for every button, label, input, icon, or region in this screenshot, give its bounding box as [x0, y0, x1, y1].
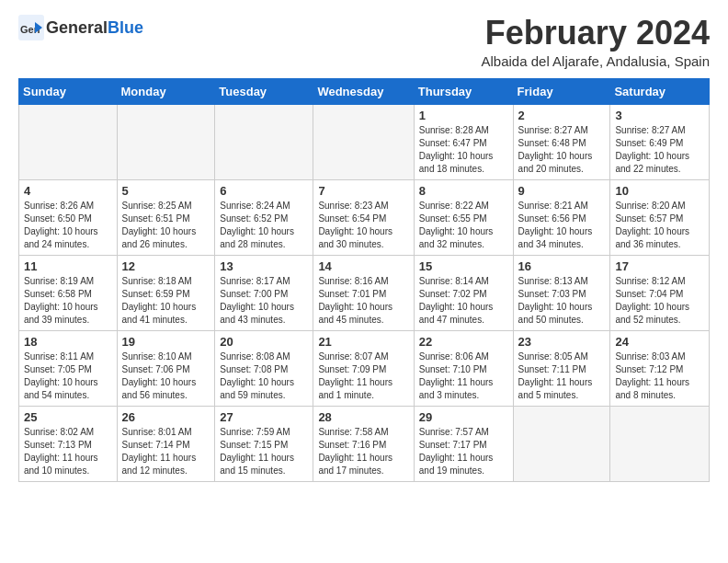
logo-text-blue: Blue — [108, 18, 143, 37]
day-info: Sunrise: 8:01 AMSunset: 7:14 PMDaylight:… — [122, 426, 210, 477]
calendar-week-row: 1Sunrise: 8:28 AMSunset: 6:47 PMDaylight… — [19, 104, 710, 179]
day-info: Sunrise: 7:59 AMSunset: 7:15 PMDaylight:… — [220, 426, 308, 477]
day-number: 16 — [518, 259, 606, 273]
day-number: 13 — [220, 259, 308, 273]
calendar-day-cell: 7Sunrise: 8:23 AMSunset: 6:54 PMDaylight… — [313, 179, 414, 255]
day-info: Sunrise: 8:03 AMSunset: 7:12 PMDaylight:… — [615, 350, 704, 402]
day-number: 27 — [220, 410, 308, 424]
day-number: 15 — [419, 259, 508, 273]
page-header: Gen GeneralBlue February 2024 Albaida de… — [18, 15, 710, 69]
day-info: Sunrise: 8:24 AMSunset: 6:52 PMDaylight:… — [220, 200, 308, 251]
weekday-header: Thursday — [414, 78, 513, 104]
day-info: Sunrise: 8:22 AMSunset: 6:55 PMDaylight:… — [419, 200, 508, 251]
calendar-day-cell: 11Sunrise: 8:19 AMSunset: 6:58 PMDayligh… — [19, 255, 118, 330]
calendar-day-cell: 27Sunrise: 7:59 AMSunset: 7:15 PMDayligh… — [215, 406, 313, 481]
calendar-day-cell: 28Sunrise: 7:58 AMSunset: 7:16 PMDayligh… — [313, 406, 414, 481]
day-info: Sunrise: 8:25 AMSunset: 6:51 PMDaylight:… — [122, 200, 210, 251]
day-info: Sunrise: 8:17 AMSunset: 7:00 PMDaylight:… — [220, 275, 308, 327]
day-number: 1 — [419, 109, 508, 122]
day-number: 23 — [518, 335, 606, 349]
calendar-day-cell: 21Sunrise: 8:07 AMSunset: 7:09 PMDayligh… — [313, 330, 414, 406]
weekday-header: Sunday — [19, 78, 118, 104]
calendar-week-row: 25Sunrise: 8:02 AMSunset: 7:13 PMDayligh… — [19, 406, 710, 481]
day-number: 3 — [615, 109, 704, 122]
month-title: February 2024 — [481, 15, 710, 52]
day-info: Sunrise: 8:05 AMSunset: 7:11 PMDaylight:… — [518, 350, 606, 402]
day-info: Sunrise: 8:13 AMSunset: 7:03 PMDaylight:… — [518, 275, 606, 327]
calendar-day-cell — [117, 104, 215, 179]
calendar-day-cell — [513, 406, 610, 481]
day-number: 19 — [122, 335, 210, 349]
calendar-day-cell: 24Sunrise: 8:03 AMSunset: 7:12 PMDayligh… — [610, 330, 710, 406]
day-number: 9 — [518, 184, 606, 198]
calendar-day-cell: 8Sunrise: 8:22 AMSunset: 6:55 PMDaylight… — [414, 179, 513, 255]
day-info: Sunrise: 8:06 AMSunset: 7:10 PMDaylight:… — [419, 350, 508, 402]
location: Albaida del Aljarafe, Andalusia, Spain — [481, 53, 710, 69]
calendar-day-cell: 15Sunrise: 8:14 AMSunset: 7:02 PMDayligh… — [414, 255, 513, 330]
day-number: 8 — [419, 184, 508, 198]
calendar-day-cell — [215, 104, 313, 179]
calendar-day-cell: 13Sunrise: 8:17 AMSunset: 7:00 PMDayligh… — [215, 255, 313, 330]
day-number: 5 — [122, 184, 210, 198]
weekday-header: Friday — [513, 78, 610, 104]
day-number: 26 — [122, 410, 210, 424]
weekday-header: Saturday — [610, 78, 710, 104]
calendar-day-cell: 12Sunrise: 8:18 AMSunset: 6:59 PMDayligh… — [117, 255, 215, 330]
calendar-day-cell: 10Sunrise: 8:20 AMSunset: 6:57 PMDayligh… — [610, 179, 710, 255]
calendar-week-row: 11Sunrise: 8:19 AMSunset: 6:58 PMDayligh… — [19, 255, 710, 330]
logo-icon: Gen — [18, 15, 44, 40]
day-number: 4 — [24, 184, 112, 198]
day-info: Sunrise: 8:11 AMSunset: 7:05 PMDaylight:… — [24, 350, 112, 402]
day-info: Sunrise: 7:57 AMSunset: 7:17 PMDaylight:… — [419, 426, 508, 477]
calendar-day-cell: 22Sunrise: 8:06 AMSunset: 7:10 PMDayligh… — [414, 330, 513, 406]
calendar-day-cell: 17Sunrise: 8:12 AMSunset: 7:04 PMDayligh… — [610, 255, 710, 330]
day-number: 25 — [24, 410, 112, 424]
calendar-day-cell: 20Sunrise: 8:08 AMSunset: 7:08 PMDayligh… — [215, 330, 313, 406]
calendar-header-row: SundayMondayTuesdayWednesdayThursdayFrid… — [19, 78, 710, 104]
calendar-day-cell: 2Sunrise: 8:27 AMSunset: 6:48 PMDaylight… — [513, 104, 610, 179]
calendar-day-cell: 29Sunrise: 7:57 AMSunset: 7:17 PMDayligh… — [414, 406, 513, 481]
title-block: February 2024 Albaida del Aljarafe, Anda… — [481, 15, 710, 69]
calendar-day-cell: 9Sunrise: 8:21 AMSunset: 6:56 PMDaylight… — [513, 179, 610, 255]
calendar-day-cell: 4Sunrise: 8:26 AMSunset: 6:50 PMDaylight… — [19, 179, 118, 255]
day-number: 11 — [24, 259, 112, 273]
calendar-day-cell: 14Sunrise: 8:16 AMSunset: 7:01 PMDayligh… — [313, 255, 414, 330]
day-info: Sunrise: 8:12 AMSunset: 7:04 PMDaylight:… — [615, 275, 704, 327]
day-number: 20 — [220, 335, 308, 349]
day-number: 2 — [518, 109, 606, 122]
day-info: Sunrise: 8:21 AMSunset: 6:56 PMDaylight:… — [518, 200, 606, 251]
day-info: Sunrise: 8:10 AMSunset: 7:06 PMDaylight:… — [122, 350, 210, 402]
calendar-week-row: 18Sunrise: 8:11 AMSunset: 7:05 PMDayligh… — [19, 330, 710, 406]
day-info: Sunrise: 8:28 AMSunset: 6:47 PMDaylight:… — [419, 124, 508, 176]
day-info: Sunrise: 8:02 AMSunset: 7:13 PMDaylight:… — [24, 426, 112, 477]
day-number: 14 — [318, 259, 408, 273]
calendar-day-cell — [610, 406, 710, 481]
calendar-day-cell: 3Sunrise: 8:27 AMSunset: 6:49 PMDaylight… — [610, 104, 710, 179]
calendar-day-cell: 6Sunrise: 8:24 AMSunset: 6:52 PMDaylight… — [215, 179, 313, 255]
day-number: 21 — [318, 335, 408, 349]
calendar-day-cell: 16Sunrise: 8:13 AMSunset: 7:03 PMDayligh… — [513, 255, 610, 330]
day-number: 18 — [24, 335, 112, 349]
calendar-day-cell: 19Sunrise: 8:10 AMSunset: 7:06 PMDayligh… — [117, 330, 215, 406]
day-info: Sunrise: 8:19 AMSunset: 6:58 PMDaylight:… — [24, 275, 112, 327]
day-info: Sunrise: 8:20 AMSunset: 6:57 PMDaylight:… — [615, 200, 704, 251]
day-info: Sunrise: 8:27 AMSunset: 6:49 PMDaylight:… — [615, 124, 704, 176]
day-info: Sunrise: 8:18 AMSunset: 6:59 PMDaylight:… — [122, 275, 210, 327]
day-number: 29 — [419, 410, 508, 424]
calendar-day-cell: 1Sunrise: 8:28 AMSunset: 6:47 PMDaylight… — [414, 104, 513, 179]
logo: Gen GeneralBlue — [18, 15, 143, 40]
calendar-day-cell: 5Sunrise: 8:25 AMSunset: 6:51 PMDaylight… — [117, 179, 215, 255]
calendar-day-cell — [313, 104, 414, 179]
weekday-header: Monday — [117, 78, 215, 104]
calendar-table: SundayMondayTuesdayWednesdayThursdayFrid… — [18, 78, 710, 482]
calendar-day-cell: 26Sunrise: 8:01 AMSunset: 7:14 PMDayligh… — [117, 406, 215, 481]
calendar-week-row: 4Sunrise: 8:26 AMSunset: 6:50 PMDaylight… — [19, 179, 710, 255]
calendar-day-cell — [19, 104, 118, 179]
day-info: Sunrise: 8:16 AMSunset: 7:01 PMDaylight:… — [318, 275, 408, 327]
day-number: 28 — [318, 410, 408, 424]
day-info: Sunrise: 8:07 AMSunset: 7:09 PMDaylight:… — [318, 350, 408, 402]
day-info: Sunrise: 8:14 AMSunset: 7:02 PMDaylight:… — [419, 275, 508, 327]
calendar-day-cell: 25Sunrise: 8:02 AMSunset: 7:13 PMDayligh… — [19, 406, 118, 481]
day-info: Sunrise: 8:23 AMSunset: 6:54 PMDaylight:… — [318, 200, 408, 251]
weekday-header: Wednesday — [313, 78, 414, 104]
